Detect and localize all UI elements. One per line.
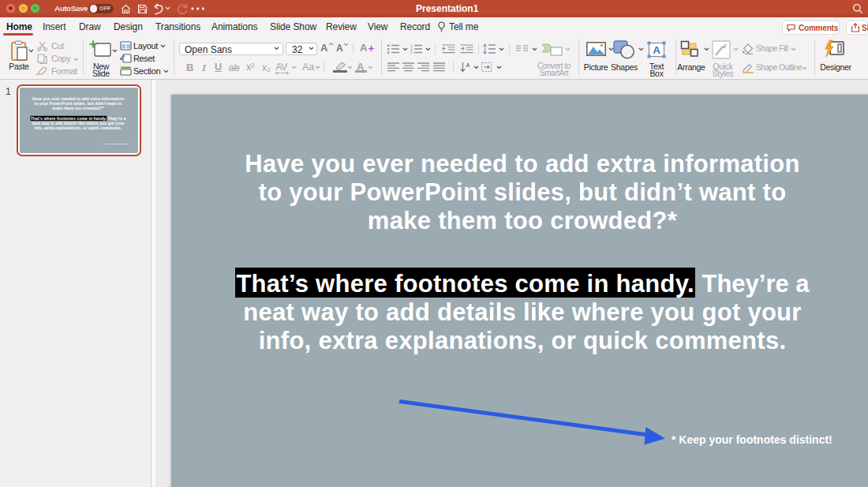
- svg-text:3: 3: [410, 51, 413, 54]
- svg-text:A: A: [653, 44, 660, 56]
